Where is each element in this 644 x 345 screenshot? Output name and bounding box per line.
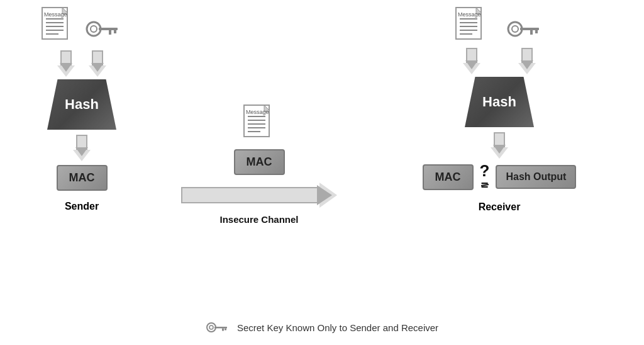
svg-rect-38 xyxy=(225,329,226,331)
receiver-hash-arrow xyxy=(491,132,508,159)
svg-text:Message: Message xyxy=(458,11,481,18)
sender-key-icon xyxy=(85,18,123,43)
insecure-channel-arrow xyxy=(181,183,337,208)
diagram: Message xyxy=(0,0,644,345)
svg-rect-37 xyxy=(222,329,224,331)
hash-output-box: Hash Output xyxy=(496,165,576,189)
svg-point-35 xyxy=(209,325,213,329)
sender-arrows xyxy=(57,50,106,77)
svg-point-9 xyxy=(91,26,97,32)
legend-key-icon xyxy=(206,320,231,335)
svg-rect-12 xyxy=(114,30,116,33)
equals-strike: = xyxy=(481,179,489,191)
svg-rect-33 xyxy=(535,30,538,33)
middle-doc-area: Message xyxy=(243,104,275,143)
middle-mac-box: MAC xyxy=(234,149,285,175)
svg-point-30 xyxy=(512,26,518,32)
sender-hash-arrow xyxy=(73,135,91,161)
sender-section: Message xyxy=(19,6,145,316)
sender-document: Message xyxy=(41,6,74,48)
receiver-mac-label: MAC xyxy=(435,171,461,184)
hash-output-label: Hash Output xyxy=(506,171,566,183)
svg-point-8 xyxy=(87,22,101,36)
sender-key-arrow xyxy=(89,50,106,77)
receiver-mac-box: MAC xyxy=(423,164,474,190)
legend: Secret Key Known Only to Sender and Rece… xyxy=(206,320,438,335)
receiver-bottom-row: MAC ? = Hash Output xyxy=(423,162,577,191)
sender-hash-box: Hash xyxy=(47,79,116,130)
legend-text: Secret Key Known Only to Sender and Rece… xyxy=(237,322,438,333)
middle-mac-label: MAC xyxy=(247,156,272,169)
svg-rect-32 xyxy=(530,30,533,35)
sender-top-row: Message xyxy=(41,6,123,48)
receiver-key-icon xyxy=(506,18,544,43)
receiver-label: Receiver xyxy=(479,201,521,213)
svg-rect-10 xyxy=(99,28,118,30)
svg-rect-11 xyxy=(109,30,111,35)
receiver-document: Message xyxy=(455,6,487,48)
svg-text:Message: Message xyxy=(44,11,67,18)
receiver-doc-arrow xyxy=(463,48,480,74)
receiver-section: Message xyxy=(374,6,625,316)
svg-rect-31 xyxy=(520,28,539,30)
receiver-key-arrow xyxy=(518,48,536,74)
sender-hash-label: Hash xyxy=(65,96,99,113)
svg-rect-36 xyxy=(214,327,227,329)
svg-point-29 xyxy=(508,22,522,36)
receiver-hash-label: Hash xyxy=(482,94,516,110)
sender-doc-arrow xyxy=(57,50,75,77)
receiver-top-row: Message xyxy=(455,6,544,48)
question-equals-symbol: ? = xyxy=(480,162,490,191)
middle-section: Message MAC Insecure Channel xyxy=(145,6,374,316)
svg-point-34 xyxy=(207,323,216,332)
receiver-arrows xyxy=(463,48,536,74)
main-row: Message xyxy=(0,6,644,316)
sender-mac-box: MAC xyxy=(57,165,108,191)
sender-label: Sender xyxy=(65,201,99,212)
receiver-hash-box: Hash xyxy=(465,77,534,127)
svg-text:Message: Message xyxy=(246,109,269,115)
insecure-channel-label: Insecure Channel xyxy=(219,214,298,225)
sender-mac-label: MAC xyxy=(69,171,95,184)
question-mark: ? xyxy=(480,162,490,179)
